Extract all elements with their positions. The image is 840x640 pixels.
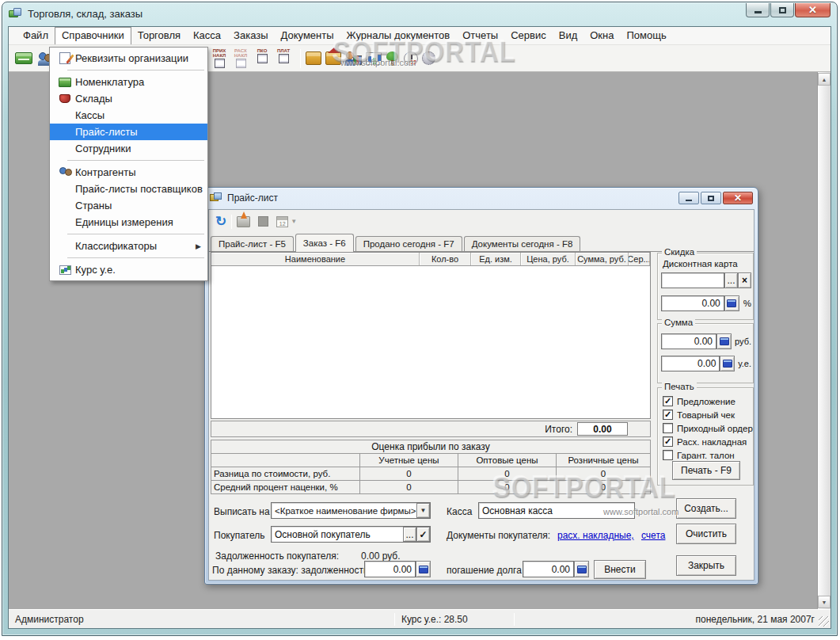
scheduler-icon[interactable] (404, 51, 418, 66)
column-header-serial[interactable]: Сер... (629, 253, 650, 265)
price-list-icon[interactable] (15, 52, 32, 64)
nature-icon[interactable] (386, 51, 400, 66)
checkbox-expense-invoice[interactable]: ✓ Расх. накладная (658, 435, 753, 448)
price-window-title-bar[interactable]: Прайс-лист ✕ (205, 188, 758, 208)
amount-ue-calc-button[interactable] (720, 356, 735, 371)
percent-label: % (743, 299, 751, 308)
menu-item-windows[interactable]: Окна (583, 27, 620, 44)
package-icon[interactable] (306, 51, 321, 65)
discount-browse-button[interactable]: ... (724, 272, 738, 288)
scroll-up-button[interactable]: ▲ (818, 73, 830, 86)
order-grid[interactable]: Наименование Кол-во Ед. изм. Цена, руб. … (211, 252, 651, 419)
close-button[interactable]: ✕ (795, 3, 830, 17)
menu-item-contractors[interactable]: Контрагенты (50, 164, 207, 181)
deposit-button[interactable]: Внести (594, 560, 646, 579)
menu-item-countries[interactable]: Страны (50, 197, 207, 214)
menu-item-units[interactable]: Единицы измерения (50, 214, 207, 230)
payment-icon[interactable]: ПЛАТ (274, 48, 293, 69)
title-bar[interactable]: Торговля, склад, заказы ✕ (2, 2, 837, 25)
refresh-icon[interactable]: ↻ (215, 215, 226, 228)
menu-item-directories[interactable]: Справочники (55, 27, 131, 44)
discount-calc-button[interactable] (724, 295, 739, 311)
tab-order[interactable]: Заказ - F6 (295, 234, 354, 252)
child-minimize-button[interactable] (678, 192, 699, 204)
menu-item-currency-rate[interactable]: Курс у.е. (50, 261, 207, 278)
vertical-scrollbar[interactable]: ▲ ▼ (817, 72, 830, 609)
checkbox-offer[interactable]: ✓ Предложение (658, 394, 753, 408)
menu-item-service[interactable]: Сервис (504, 27, 553, 44)
child-maximize-button[interactable] (701, 192, 721, 204)
buyer-input[interactable]: Основной покупатель ... ✓ (271, 526, 431, 543)
menu-item-cash-registers[interactable]: Кассы (50, 107, 207, 124)
create-button[interactable]: Создать... (676, 498, 736, 519)
menu-item-supplier-price-lists[interactable]: Прайс-листы поставщиков (50, 181, 207, 197)
checkbox-icon[interactable]: ✓ (663, 396, 673, 406)
tab-sold-today[interactable]: Продано сегодня - F7 (355, 236, 462, 252)
docs-link-invoices[interactable]: расх. накладные, (557, 530, 634, 541)
discount-card-input[interactable] (661, 272, 724, 288)
tab-documents-today[interactable]: Документы сегодня - F8 (464, 236, 581, 252)
settings-icon[interactable] (422, 51, 435, 65)
menu-item-trade[interactable]: Торговля (131, 27, 187, 44)
clear-button[interactable]: Очистить (676, 524, 736, 544)
repay-calc-button[interactable] (574, 561, 589, 577)
scroll-down-button[interactable]: ▼ (818, 596, 830, 608)
menu-item-employees[interactable]: Сотрудники (50, 140, 207, 157)
column-header-name[interactable]: Наименование (211, 253, 420, 265)
repay-input[interactable]: 0.00 (523, 561, 574, 577)
discount-clear-button[interactable]: × (738, 272, 751, 288)
menu-item-price-lists[interactable]: Прайс-листы (50, 124, 207, 140)
menu-item-documents[interactable]: Документы (275, 27, 340, 44)
calendar-icon[interactable]: 12 (276, 216, 288, 227)
menu-item-requisites[interactable]: Реквизиты организации (50, 50, 207, 67)
menu-item-orders[interactable]: Заказы (227, 27, 274, 44)
close-order-button[interactable]: Закрыть (676, 555, 736, 576)
menu-item-classifiers[interactable]: Классификаторы ▶ (50, 238, 207, 254)
menu-item-nomenclature[interactable]: Номенклатура (50, 74, 207, 90)
checkbox-receipt-order[interactable]: Приходный ордер (658, 421, 753, 435)
buyer-confirm-button[interactable]: ✓ (416, 527, 430, 542)
amount-rub-input[interactable]: 0.00 (661, 333, 716, 349)
amount-rub-calc-button[interactable] (716, 333, 732, 349)
dropdown-caret-icon[interactable]: ▼ (291, 218, 297, 225)
amount-ue-input[interactable]: 0.00 (661, 356, 720, 371)
tab-price-list[interactable]: Прайс-лист - F5 (211, 236, 294, 252)
child-close-button[interactable]: ✕ (723, 192, 753, 204)
menu-item-document-journals[interactable]: Журналы документов (340, 27, 457, 44)
buyer-browse-button[interactable]: ... (403, 527, 416, 542)
cash-register-select[interactable]: Основная касса (478, 502, 635, 519)
minimize-button[interactable] (746, 3, 770, 17)
checkbox-icon[interactable] (663, 450, 673, 460)
menu-item-help[interactable]: Помощь (620, 27, 672, 44)
resize-grip[interactable] (819, 616, 829, 627)
chevron-down-icon[interactable]: ▼ (416, 503, 430, 518)
manager-report-icon[interactable] (345, 51, 362, 66)
menu-item-cash[interactable]: Касса (187, 27, 227, 44)
menu-item-warehouses[interactable]: Склады (50, 90, 207, 107)
order-debt-calc-button[interactable] (416, 561, 431, 577)
column-header-sum[interactable]: Сумма, руб. (576, 253, 629, 265)
docs-link-accounts[interactable]: счета (641, 530, 665, 541)
column-header-price[interactable]: Цена, руб. (521, 253, 576, 265)
checkbox-icon[interactable] (663, 423, 673, 433)
bar-chart-icon[interactable] (366, 52, 382, 65)
checkbox-icon[interactable]: ✓ (663, 436, 673, 447)
warehouse-icon[interactable] (325, 51, 341, 65)
export-icon[interactable] (237, 216, 250, 227)
cash-order-icon[interactable]: ПКО (253, 48, 272, 69)
menu-item-reports[interactable]: Отчеты (456, 27, 504, 44)
discount-percent-input[interactable]: 0.00 (661, 295, 724, 311)
checkbox-warranty[interactable]: Гарант. талон (658, 448, 753, 462)
column-header-unit[interactable]: Ед. изм. (471, 253, 521, 265)
issue-to-select[interactable]: <Краткое наименование фирмы> ▼ (271, 502, 431, 519)
checkbox-icon[interactable]: ✓ (663, 410, 673, 420)
receipt-invoice-icon[interactable]: ПРИХ НАКЛ (210, 48, 229, 69)
order-debt-input[interactable]: 0.00 (364, 561, 416, 577)
maximize-button[interactable] (770, 3, 794, 17)
menu-item-file[interactable]: Файл (17, 27, 55, 44)
expense-invoice-icon[interactable]: РАСХ НАКЛ (231, 48, 250, 69)
menu-item-view[interactable]: Вид (553, 27, 584, 44)
print-button[interactable]: Печать - F9 (672, 461, 740, 480)
checkbox-sales-receipt[interactable]: ✓ Товарный чек (658, 408, 753, 421)
column-header-qty[interactable]: Кол-во (420, 253, 471, 265)
